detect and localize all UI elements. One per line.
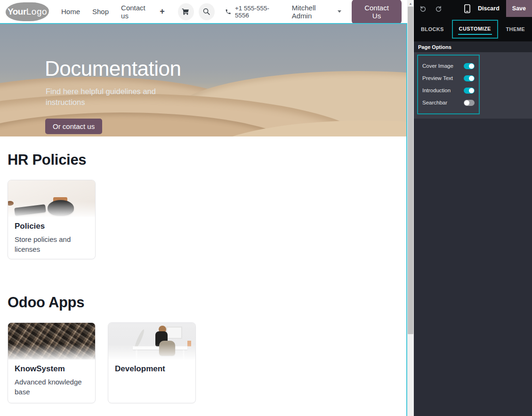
nav-item-shop[interactable]: Shop — [92, 8, 109, 16]
preview-text-toggle[interactable] — [464, 75, 475, 81]
page-options-section: Cover Image Preview Text Introduction Se… — [414, 52, 532, 119]
photo-shape — [136, 350, 137, 360]
toggle-knob — [464, 100, 469, 105]
toggle-knob — [469, 76, 474, 81]
search-icon — [202, 8, 210, 16]
knowsystem-card-image — [8, 323, 95, 360]
cart-button[interactable] — [178, 3, 194, 20]
card-title[interactable]: Policies — [15, 222, 89, 231]
card-body: KnowSystem Advanced knowledge base — [8, 360, 95, 403]
undo-icon — [419, 5, 427, 12]
photo-shape — [14, 204, 46, 216]
tab-blocks[interactable]: BLOCKS — [420, 24, 445, 34]
photo-shape — [183, 350, 185, 360]
save-button[interactable]: Save — [506, 0, 532, 17]
site-navbar: YourLogo Home Shop Contact us + +1 555-5… — [0, 0, 407, 23]
chevron-down-icon — [338, 10, 341, 13]
hero-subtitle: Find here helpful guidelines and instruc… — [46, 86, 168, 108]
photo-shape — [133, 346, 187, 350]
option-label: Introduction — [422, 88, 451, 93]
website-preview: YourLogo Home Shop Contact us + +1 555-5… — [0, 0, 407, 416]
searchbar-toggle[interactable] — [464, 100, 475, 106]
mobile-preview-button[interactable] — [464, 4, 470, 13]
card-description: Store policies and licenses — [15, 235, 89, 254]
editor-tabs: BLOCKS CUSTOMIZE THEME — [414, 17, 532, 41]
user-name: Mitchell Admin — [292, 4, 334, 20]
tab-customize[interactable]: CUSTOMIZE — [452, 20, 498, 39]
mobile-icon — [464, 4, 470, 13]
photo-shape — [166, 327, 182, 339]
editor-sidebar: Discard Save BLOCKS CUSTOMIZE THEME Page… — [414, 0, 532, 416]
option-label: Searchbar — [422, 100, 447, 105]
card-title[interactable]: KnowSystem — [15, 364, 89, 374]
section-heading-odoo-apps: Odoo Apps — [8, 294, 84, 311]
photo-shape — [155, 331, 168, 346]
option-label: Preview Text — [422, 75, 453, 81]
phone-link[interactable]: +1 555-555-5556 — [225, 5, 281, 19]
undo-button[interactable] — [419, 5, 427, 12]
category-card-knowsystem[interactable]: KnowSystem Advanced knowledge base — [8, 322, 96, 403]
option-row-searchbar: Searchbar — [422, 96, 475, 109]
photo-shape — [187, 341, 191, 346]
contact-us-button[interactable]: Contact Us — [352, 0, 402, 24]
user-menu[interactable]: Mitchell Admin — [292, 4, 341, 20]
category-card-policies[interactable]: Policies Store policies and licenses — [8, 180, 96, 259]
toggle-knob — [469, 64, 474, 69]
add-page-icon[interactable]: + — [160, 7, 165, 16]
scrollbar-thumb[interactable] — [408, 7, 413, 334]
redo-button[interactable] — [435, 5, 442, 12]
cover-image-toggle[interactable] — [464, 63, 475, 69]
hero-section[interactable]: Documentation Find here helpful guidelin… — [0, 24, 407, 136]
panel-header: Page Options — [414, 41, 532, 52]
nav-item-home[interactable]: Home — [61, 8, 80, 16]
scroll-up-arrow-icon[interactable]: ▲ — [407, 0, 414, 7]
sidebar-empty-area — [414, 119, 532, 416]
photo-shape — [133, 328, 145, 350]
toggle-knob — [469, 88, 474, 93]
discard-button[interactable]: Discard — [478, 5, 500, 12]
option-row-introduction: Introduction — [422, 84, 475, 96]
editor-toolbar: Discard Save — [414, 0, 532, 17]
odoo-website-editor: YourLogo Home Shop Contact us + +1 555-5… — [0, 0, 532, 416]
page-options-group: Cover Image Preview Text Introduction Se… — [417, 55, 480, 114]
policies-card-image — [8, 180, 95, 217]
nav-item-contact-us[interactable]: Contact us — [121, 4, 149, 20]
card-description: Advanced knowledge base — [15, 377, 89, 397]
option-row-cover-image: Cover Image — [422, 60, 475, 72]
photo-shape — [159, 341, 175, 356]
development-card-image — [108, 323, 195, 360]
card-body: Policies Store policies and licenses — [8, 217, 95, 259]
introduction-toggle[interactable] — [464, 88, 475, 94]
tab-theme[interactable]: THEME — [505, 24, 526, 34]
logo-text-bold: Your — [8, 7, 26, 17]
option-label: Cover Image — [422, 63, 453, 69]
photo-shape — [8, 201, 14, 206]
card-body: Development — [108, 360, 195, 384]
phone-number: +1 555-555-5556 — [235, 5, 281, 19]
option-row-preview-text: Preview Text — [422, 72, 475, 84]
nav-menu: Home Shop Contact us — [61, 4, 149, 20]
search-button[interactable] — [199, 3, 215, 20]
card-title[interactable]: Development — [115, 364, 189, 374]
page-title: Documentation — [45, 57, 181, 80]
logo-text-light: Logo — [26, 7, 47, 17]
section-heading-hr-policies: HR Policies — [8, 152, 86, 168]
or-contact-us-button[interactable]: Or contact us — [45, 119, 102, 134]
redo-icon — [435, 5, 442, 12]
site-logo[interactable]: YourLogo — [6, 2, 49, 21]
phone-icon — [225, 8, 231, 15]
category-card-development[interactable]: Development — [108, 322, 196, 403]
photo-shape — [48, 200, 74, 216]
preview-scrollbar[interactable]: ▲ — [407, 0, 414, 416]
cart-icon — [182, 8, 190, 16]
